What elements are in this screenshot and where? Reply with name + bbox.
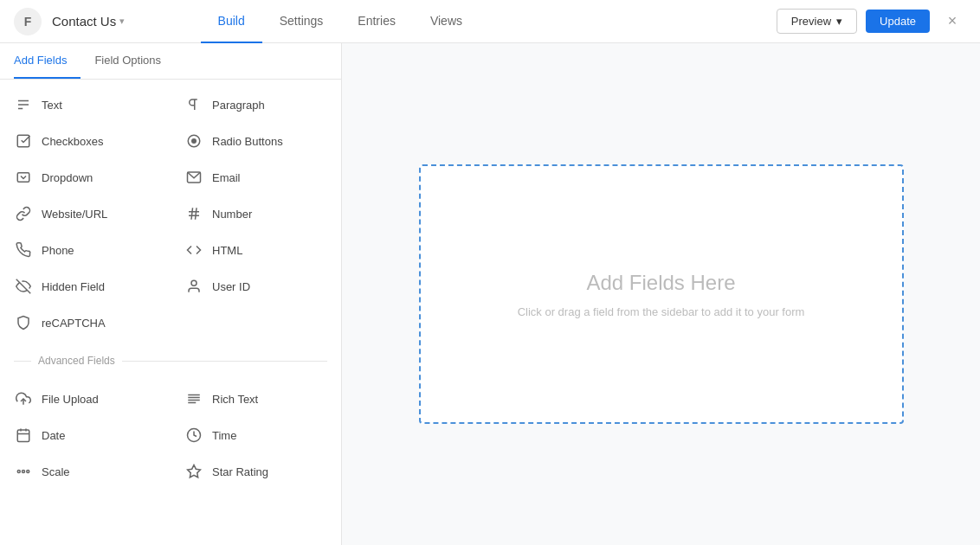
field-item-dropdown[interactable]: Dropdown: [0, 159, 171, 196]
topbar: F Contact Us ▾ Build Settings Entries Vi…: [0, 0, 980, 43]
main-nav: Build Settings Entries Views: [201, 0, 480, 43]
svg-point-21: [17, 471, 20, 473]
nav-entries[interactable]: Entries: [340, 0, 413, 43]
field-item-file-upload[interactable]: File Upload: [0, 381, 171, 417]
svg-marker-25: [188, 465, 201, 478]
paragraph-icon: [184, 95, 203, 114]
svg-point-2: [191, 138, 197, 144]
calendar-icon: [14, 426, 33, 445]
main-layout: Add Fields Field Options Text Paragraph: [0, 43, 980, 545]
close-button[interactable]: ×: [938, 8, 966, 35]
radio-icon: [184, 131, 203, 151]
field-item-user-id[interactable]: User ID: [171, 268, 341, 305]
field-item-hidden-field[interactable]: Hidden Field: [0, 268, 171, 305]
field-item-email[interactable]: Email: [171, 159, 341, 196]
field-item-rich-text[interactable]: Rich Text: [171, 381, 341, 417]
nav-views[interactable]: Views: [413, 0, 480, 43]
field-item-paragraph[interactable]: Paragraph: [171, 87, 341, 123]
field-item-website-url[interactable]: Website/URL: [0, 196, 171, 232]
checkbox-icon: [14, 131, 33, 151]
nav-settings[interactable]: Settings: [262, 0, 341, 43]
field-item-html[interactable]: HTML: [171, 232, 341, 268]
tab-field-options[interactable]: Field Options: [94, 43, 175, 79]
canvas-area: Add Fields Here Click or drag a field fr…: [342, 43, 980, 545]
svg-point-10: [191, 280, 197, 285]
field-item-date[interactable]: Date: [0, 417, 171, 453]
advanced-fields-divider: Advanced Fields: [0, 348, 341, 374]
user-icon: [184, 277, 203, 296]
app-icon: F: [14, 8, 42, 35]
svg-line-8: [196, 208, 197, 220]
field-item-scale[interactable]: Scale: [0, 453, 171, 490]
svg-rect-0: [17, 135, 29, 147]
richtext-icon: [184, 389, 203, 408]
field-item-checkboxes[interactable]: Checkboxes: [0, 123, 171, 159]
field-item-phone[interactable]: Phone: [0, 232, 171, 268]
svg-point-23: [27, 471, 29, 473]
code-icon: [184, 240, 203, 260]
tab-add-fields[interactable]: Add Fields: [14, 43, 81, 79]
shield-icon: [14, 313, 33, 332]
email-icon: [184, 168, 203, 187]
svg-line-7: [191, 208, 193, 220]
topbar-actions: Preview ▾ Update ×: [777, 8, 966, 35]
scale-icon: [14, 462, 33, 481]
field-item-number[interactable]: Number: [171, 196, 341, 232]
phone-icon: [14, 240, 33, 260]
nav-build[interactable]: Build: [201, 0, 262, 43]
field-item-radio-buttons[interactable]: Radio Buttons: [171, 123, 341, 159]
svg-rect-3: [17, 173, 29, 183]
clock-icon: [184, 426, 203, 445]
field-item-star-rating[interactable]: Star Rating: [171, 453, 341, 490]
svg-point-22: [23, 471, 25, 473]
star-icon: [184, 462, 203, 481]
update-button[interactable]: Update: [866, 10, 930, 33]
sidebar-tabs: Add Fields Field Options: [0, 43, 341, 80]
svg-rect-16: [17, 430, 29, 442]
advanced-fields-grid: File Upload Rich Text Date: [0, 374, 341, 497]
drop-zone-subtitle: Click or drag a field from the sidebar t…: [518, 305, 805, 318]
form-title-dropdown-arrow[interactable]: ▾: [119, 16, 125, 27]
field-item-time[interactable]: Time: [171, 417, 341, 453]
text-icon: [14, 95, 33, 114]
field-item-text[interactable]: Text: [0, 87, 171, 123]
link-icon: [14, 204, 33, 223]
field-item-recaptcha[interactable]: reCAPTCHA: [0, 305, 171, 341]
sidebar: Add Fields Field Options Text Paragraph: [0, 43, 342, 545]
dropdown-icon: [14, 168, 33, 187]
hidden-icon: [14, 277, 33, 296]
drop-zone[interactable]: Add Fields Here Click or drag a field fr…: [419, 164, 904, 424]
upload-icon: [14, 389, 33, 408]
drop-zone-title: Add Fields Here: [586, 271, 735, 295]
form-title: Contact Us ▾: [52, 14, 125, 29]
preview-button[interactable]: Preview ▾: [777, 9, 857, 34]
hash-icon: [184, 204, 203, 223]
standard-fields-grid: Text Paragraph Checkboxes: [0, 80, 341, 348]
